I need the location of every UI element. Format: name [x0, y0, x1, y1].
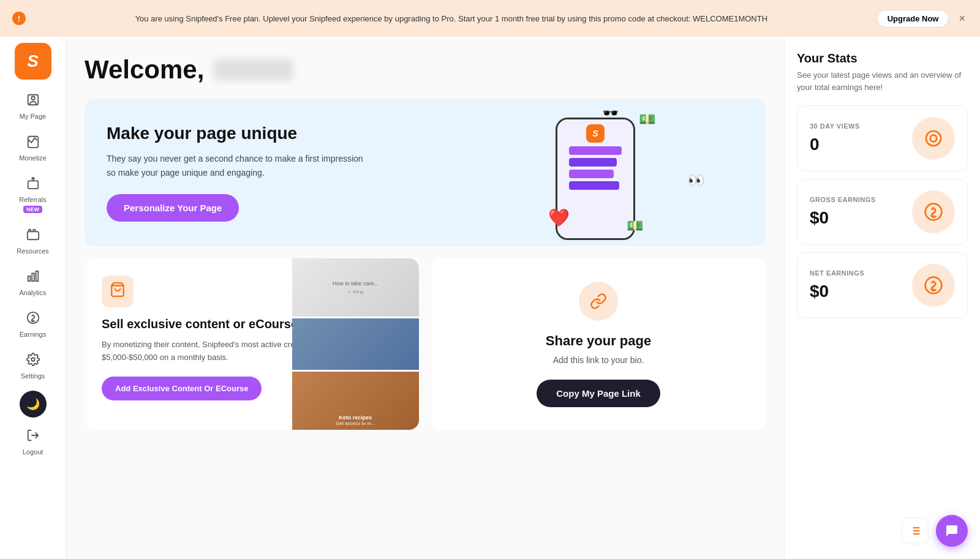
bottom-actions — [902, 515, 968, 547]
phone-bar-4 — [569, 181, 619, 190]
stat-views-value: 0 — [810, 135, 860, 154]
stat-card-net: NET EARNINGS $0 — [797, 252, 968, 318]
referrals-icon — [26, 176, 40, 193]
card-image-2 — [292, 318, 419, 369]
stat-views-label: 30 DAY VIEWS — [810, 122, 860, 130]
analytics-icon — [26, 269, 40, 287]
logo-letter: S — [27, 51, 39, 71]
svg-point-12 — [930, 135, 937, 142]
stat-card-gross: GROSS EARNINGS $0 — [797, 179, 968, 245]
username-blurred — [214, 59, 293, 81]
stat-net-icon-wrap — [912, 264, 955, 307]
sidebar-label-referrals: Referrals — [19, 196, 47, 203]
app-logo[interactable]: S — [15, 43, 51, 80]
dark-mode-toggle[interactable]: 🌙 — [20, 391, 47, 418]
phone-bar-2 — [569, 158, 617, 167]
close-banner-button[interactable]: × — [956, 12, 968, 25]
share-title: Share your page — [546, 333, 651, 349]
stat-gross-value: $0 — [810, 208, 876, 228]
share-card: Share your page Add this link to your bi… — [431, 258, 766, 430]
hero-description: They say you never get a second chance t… — [107, 152, 364, 179]
cards-row: Sell exclusive content or eCourse By mon… — [85, 258, 766, 430]
hero-title: Make your page unique — [107, 124, 364, 143]
chat-button[interactable] — [936, 515, 968, 547]
right-sidebar: Your Stats See your latest page views an… — [784, 37, 980, 559]
my-page-icon — [26, 93, 40, 110]
dollar-emoji-3: 💵 — [627, 218, 643, 234]
phone-bars — [569, 146, 622, 190]
content-area: Welcome, Make your page unique They say … — [66, 37, 784, 559]
upgrade-banner: ! You are using Snipfeed's Free plan. Up… — [0, 0, 980, 37]
earnings-icon — [26, 311, 40, 328]
stat-net-value: $0 — [810, 282, 864, 301]
sidebar: S My Page Monetize Referrals NEW R — [0, 37, 66, 559]
sidebar-label-earnings: Earnings — [20, 331, 46, 338]
sidebar-label-monetize: Monetize — [19, 154, 47, 162]
svg-rect-5 — [28, 276, 30, 281]
sidebar-item-earnings[interactable]: Earnings — [6, 305, 61, 344]
card-image-3: Keto recipes Get access to m... — [292, 372, 419, 430]
svg-rect-7 — [36, 271, 38, 282]
hero-card: Make your page unique They say you never… — [85, 99, 766, 246]
heart-emoji: ❤️ — [548, 208, 570, 228]
upgrade-now-button[interactable]: Upgrade Now — [877, 10, 949, 28]
stat-gross-label: GROSS EARNINGS — [810, 196, 876, 203]
sidebar-item-analytics[interactable]: Analytics — [6, 263, 61, 302]
phone-bar-3 — [569, 170, 614, 178]
sidebar-item-referrals[interactable]: Referrals NEW — [6, 170, 61, 219]
dollar-emoji-1: 💵 — [639, 111, 655, 127]
copy-page-link-button[interactable]: Copy My Page Link — [537, 380, 660, 407]
svg-point-9 — [31, 358, 35, 361]
sidebar-item-monetize[interactable]: Monetize — [6, 129, 61, 168]
stat-net-info: NET EARNINGS $0 — [810, 269, 864, 301]
phone-bar-1 — [569, 146, 622, 155]
ecourse-icon-wrap — [102, 276, 134, 307]
resources-icon — [26, 228, 40, 245]
monetize-icon — [26, 135, 40, 152]
main-layout: S My Page Monetize Referrals NEW R — [0, 37, 980, 559]
settings-icon — [26, 353, 40, 370]
sidebar-label-analytics: Analytics — [19, 289, 46, 296]
stat-gross-icon-wrap — [912, 190, 955, 233]
card-image-1: How to take care... ✓ thing — [292, 258, 419, 317]
share-icon-wrap — [579, 282, 618, 321]
ecourse-card: Sell exclusive content or eCourse By mon… — [85, 258, 419, 430]
sidebar-item-settings[interactable]: Settings — [6, 347, 61, 386]
list-view-button[interactable] — [902, 517, 929, 544]
hero-illustration: 🕶️ 💵 💵 S 💵 ❤️ — [425, 99, 766, 246]
logout-icon — [26, 429, 40, 446]
sidebar-item-logout[interactable]: Logout — [6, 422, 61, 462]
card-images: How to take care... ✓ thing Keto recipes… — [292, 258, 419, 430]
referrals-badge: NEW — [23, 206, 42, 213]
stat-net-label: NET EARNINGS — [810, 269, 864, 277]
svg-rect-4 — [27, 231, 38, 239]
stats-description: See your latest page views and an overvi… — [797, 69, 968, 93]
svg-rect-2 — [28, 181, 38, 189]
sidebar-item-my-page[interactable]: My Page — [6, 87, 61, 126]
svg-point-11 — [926, 131, 941, 146]
sidebar-label-logout: Logout — [23, 448, 43, 456]
stat-views-info: 30 DAY VIEWS 0 — [810, 122, 860, 154]
sidebar-item-resources[interactable]: Resources — [6, 222, 61, 261]
banner-text: You are using Snipfeed's Free plan. Uple… — [33, 14, 870, 23]
sidebar-label-resources: Resources — [17, 247, 49, 255]
sidebar-label-my-page: My Page — [20, 113, 46, 120]
eyes-emoji: 👀 — [688, 173, 704, 189]
stats-title: Your Stats — [797, 51, 968, 66]
shopping-bag-icon — [110, 282, 126, 301]
welcome-prefix: Welcome, — [85, 55, 204, 84]
add-ecourse-button[interactable]: Add Exclusive Content Or ECourse — [102, 377, 262, 400]
phone-logo: S — [586, 124, 605, 143]
stat-gross-info: GROSS EARNINGS $0 — [810, 196, 876, 228]
hero-content: Make your page unique They say you never… — [107, 124, 364, 222]
personalize-button[interactable]: Personalize Your Page — [107, 194, 239, 222]
share-description: Add this link to your bio. — [553, 355, 644, 365]
welcome-section: Welcome, — [85, 55, 766, 84]
sidebar-label-settings: Settings — [21, 372, 45, 380]
stat-card-views: 30 DAY VIEWS 0 — [797, 105, 968, 171]
stat-views-icon-wrap — [912, 117, 955, 160]
warning-icon: ! — [12, 12, 26, 25]
svg-rect-6 — [32, 273, 34, 281]
svg-point-1 — [31, 97, 35, 100]
